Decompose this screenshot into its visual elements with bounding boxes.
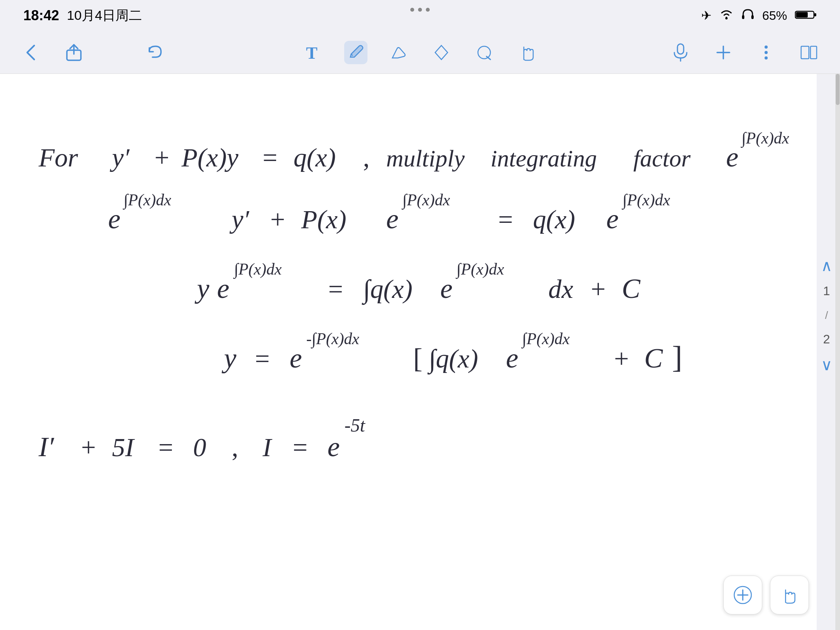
svg-point-18 [765,56,768,60]
hand-mode-button[interactable] [770,576,809,614]
page-current: 1 [823,282,830,300]
svg-text:q(x): q(x) [533,205,575,234]
svg-text:multiply: multiply [386,145,465,172]
main-canvas[interactable]: .hw { font-family: 'Segoe UI', Georgia, … [0,74,817,630]
svg-marker-8 [435,46,448,60]
svg-text:P(x): P(x) [301,205,346,234]
battery-text: 65% [762,9,787,23]
dot3 [426,8,430,12]
page-total: 2 [823,331,830,348]
svg-rect-1 [742,15,744,19]
add-content-button[interactable] [723,576,762,614]
text-tool-button[interactable]: T [301,41,325,64]
add-button[interactable] [712,41,735,64]
svg-text:y: y [194,273,209,304]
svg-text:C: C [644,343,663,373]
status-bar: 18:42 10月4日周二 ✈ 65% [0,0,840,31]
svg-text:q(x): q(x) [294,143,336,172]
page-layout-button[interactable] [797,41,821,64]
svg-text:-∫P(x)dx: -∫P(x)dx [306,330,359,349]
svg-rect-20 [810,46,817,59]
svg-text:+: + [154,143,169,172]
scrollbar[interactable] [835,74,840,630]
page-down-button[interactable]: ∨ [821,355,832,373]
svg-rect-4 [796,12,808,18]
pencil-tool-button[interactable] [344,41,368,64]
svg-text:C: C [622,273,641,304]
svg-text:,: , [363,143,369,172]
svg-text:,: , [232,433,238,462]
svg-text:e: e [726,142,738,172]
wifi-icon [719,9,733,23]
svg-text:]: ] [672,340,682,374]
svg-text:e: e [606,203,619,234]
svg-text:P(x)y: P(x)y [181,143,238,172]
more-options-button[interactable] [754,41,778,64]
finger-tool-button[interactable] [515,41,539,64]
svg-text:=: = [158,433,173,462]
battery-icon [795,9,817,22]
svg-text:y′: y′ [229,205,250,234]
svg-text:integrating: integrating [490,145,597,172]
svg-text:e: e [217,273,229,304]
scrollbar-thumb[interactable] [836,74,840,105]
status-time: 18:42 [23,7,59,24]
svg-text:0: 0 [193,433,206,462]
svg-text:factor: factor [634,145,691,172]
svg-text:y: y [222,343,236,373]
bottom-right-toolbar [723,576,809,614]
toolbar-right [669,41,821,64]
page-navigation: ∧ 1 / 2 ∨ [821,257,832,374]
svg-text:+: + [270,205,285,234]
svg-text:I′: I′ [38,431,54,462]
three-dots-bar [410,8,430,12]
svg-text:e: e [506,343,518,373]
dot1 [410,8,414,12]
toolbar-left [19,41,167,64]
svg-text:5I: 5I [112,433,135,462]
toolbar-center: T [301,41,539,64]
svg-text:∫P(x)dx: ∫P(x)dx [621,191,670,210]
svg-text:=: = [262,143,277,172]
svg-point-9 [478,46,490,59]
svg-point-0 [725,17,728,19]
svg-text:=: = [255,344,270,373]
svg-text:e: e [440,273,453,304]
svg-rect-12 [677,44,684,54]
svg-text:∫P(x)dx: ∫P(x)dx [122,191,172,210]
svg-text:I: I [262,433,273,462]
headphone-icon [741,9,754,23]
share-button[interactable] [62,41,86,64]
svg-text:dx: dx [548,275,573,304]
page-up-button[interactable]: ∧ [821,257,832,275]
svg-text:∫P(x)dx: ∫P(x)dx [521,330,570,349]
eraser-tool-button[interactable] [387,41,410,64]
svg-rect-5 [814,13,816,16]
svg-text:e: e [386,203,399,234]
back-button[interactable] [19,41,43,64]
svg-rect-2 [751,15,754,19]
svg-point-16 [765,46,768,49]
page-slash: / [825,307,828,322]
dot2 [418,8,422,12]
microphone-button[interactable] [669,41,692,64]
lasso-tool-button[interactable] [472,41,496,64]
svg-text:∫q(x): ∫q(x) [361,275,412,305]
diamond-lasso-button[interactable] [430,41,453,64]
airplane-icon: ✈ [701,8,712,23]
svg-text:+: + [614,344,629,373]
svg-text:∫P(x)dx: ∫P(x)dx [233,260,282,279]
svg-text:For: For [38,143,78,172]
toolbar: T [0,31,840,74]
svg-text:+: + [81,433,96,462]
svg-text:+: + [591,275,606,304]
undo-button[interactable] [144,41,167,64]
svg-text:e: e [290,343,302,373]
svg-rect-19 [801,46,809,59]
svg-text:e: e [108,203,121,234]
svg-text:=: = [498,205,513,234]
svg-text:∫P(x)dx: ∫P(x)dx [401,191,450,210]
svg-text:T: T [306,44,317,62]
status-date: 10月4日周二 [67,7,142,24]
svg-text:[: [ [413,343,423,373]
